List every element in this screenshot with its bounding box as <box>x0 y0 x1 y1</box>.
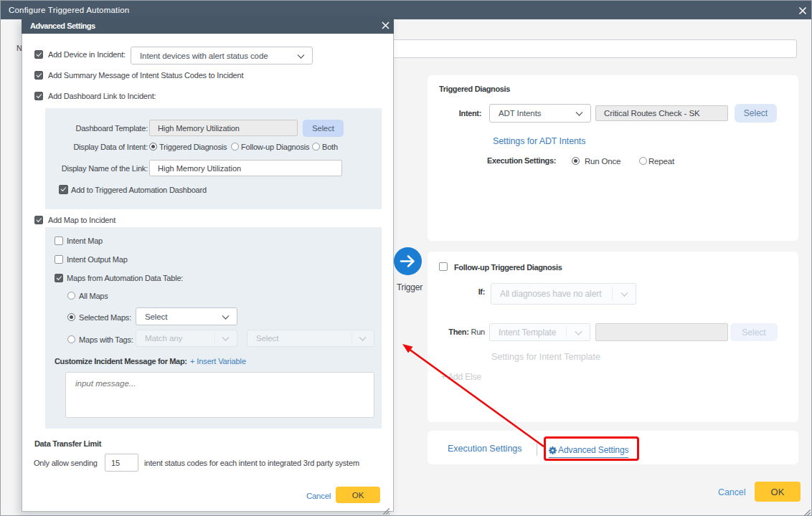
add-map-checkbox[interactable] <box>34 216 43 224</box>
chevron-down-icon <box>576 109 583 116</box>
add-device-label: Add Device in Incident: <box>48 50 126 59</box>
triggered-diagnosis-card: Triggered Diagnosis Intent: ADT Intents … <box>428 75 798 241</box>
limit-suffix-label: intent status codes for each intent to i… <box>144 459 359 467</box>
all-maps-label: All Maps <box>79 292 108 300</box>
intent-map-checkbox[interactable] <box>55 236 63 245</box>
triggered-diagnosis-heading: Triggered Diagnosis <box>439 85 510 93</box>
intent-type-dropdown[interactable]: ADT Intents <box>489 104 591 123</box>
display-data-triggered-label: Triggered Diagnosis <box>159 143 227 151</box>
add-map-label: Add Map to Incident <box>48 216 115 224</box>
dialog-ok-button[interactable]: OK <box>336 487 380 503</box>
selected-maps-dropdown[interactable]: Select <box>136 307 237 325</box>
annotation-arrow <box>397 339 551 450</box>
dashboard-template-select-button[interactable]: Select <box>303 120 344 137</box>
display-data-label: Display Data of Intent: <box>73 143 148 151</box>
selected-maps-radio[interactable] <box>67 313 75 321</box>
then-run-label: Run <box>471 328 485 336</box>
display-data-followup-label: Follow-up Diagnosis <box>241 143 309 151</box>
dashboard-template-field: High Memory Utilization <box>149 120 298 136</box>
display-data-both-radio[interactable] <box>312 143 320 150</box>
all-maps-radio[interactable] <box>67 292 75 300</box>
if-label: If: <box>478 287 485 296</box>
if-condition-dropdown[interactable]: All diagnoses have no alert <box>491 283 636 305</box>
dialog-close-icon[interactable] <box>382 22 390 29</box>
chevron-down-icon <box>222 334 230 341</box>
limit-value-input[interactable] <box>105 454 138 472</box>
dialog-resize-grip[interactable] <box>383 505 390 511</box>
add-to-dashboard-checkbox[interactable] <box>59 185 68 194</box>
dashboard-link-panel: Dashboard Template: High Memory Utilizat… <box>45 108 382 209</box>
tags-select-dropdown[interactable]: Select <box>247 330 374 347</box>
dialog-cancel-link[interactable]: Cancel <box>306 492 331 500</box>
incident-message-textarea[interactable] <box>65 372 374 418</box>
main-titlebar: Configure Triggered Automation <box>1 1 811 19</box>
add-device-checkbox[interactable] <box>34 50 43 59</box>
add-dashboard-link-checkbox[interactable] <box>34 92 43 100</box>
selected-maps-label: Selected Maps: <box>79 313 131 322</box>
intent-output-map-checkbox[interactable] <box>55 255 63 264</box>
run-once-label: Run Once <box>585 157 620 166</box>
settings-for-adt-intents-link[interactable]: Settings for ADT Intents <box>493 136 585 146</box>
display-data-triggered-radio[interactable] <box>149 143 157 150</box>
intent-label: Intent: <box>459 109 481 118</box>
run-once-radio[interactable] <box>572 157 580 165</box>
execution-settings-label: Execution Settings: <box>487 156 556 165</box>
chevron-down-icon <box>298 51 305 58</box>
followup-checkbox[interactable] <box>439 262 448 271</box>
limit-prefix-label: Only allow sending <box>34 459 98 467</box>
trigger-button[interactable] <box>394 247 422 275</box>
device-option-dropdown[interactable]: Intent devices with alert status code <box>131 47 313 64</box>
add-to-dashboard-label: Add to Triggered Automation Dashboard <box>71 186 207 194</box>
repeat-label: Repeat <box>648 157 674 166</box>
trigger-label: Trigger <box>392 282 427 292</box>
intent-select-button[interactable]: Select <box>735 104 777 123</box>
resize-grip[interactable] <box>804 506 811 512</box>
maps-with-tags-label: Maps with Tags: <box>79 335 133 344</box>
maps-with-tags-radio[interactable] <box>67 335 75 343</box>
maps-from-adt-checkbox[interactable] <box>55 274 63 282</box>
display-data-both-label: Both <box>322 143 338 151</box>
customize-message-label: Customize Incident Message for Map: <box>55 357 187 366</box>
dialog-title: Advanced Settings <box>30 18 95 34</box>
intent-map-label: Intent Map <box>67 236 103 245</box>
chevron-down-icon <box>621 290 628 297</box>
chevron-down-icon <box>222 312 230 319</box>
annotation-highlight-box <box>544 436 639 461</box>
intent-name-field: Critical Routes Check - SK <box>595 105 728 121</box>
main-window: Configure Triggered Automation Name: Tri… <box>0 0 812 516</box>
display-name-input[interactable] <box>149 160 342 176</box>
display-name-label: Display Name of the Link: <box>62 164 148 173</box>
add-dashboard-link-label: Add Dashboard Link to Incident: <box>48 92 156 100</box>
insert-variable-link[interactable]: + Insert Variable <box>190 357 246 366</box>
add-summary-label: Add Summary Message of Intent Status Cod… <box>48 71 243 80</box>
intent-output-map-label: Intent Output Map <box>67 255 128 264</box>
main-cancel-link[interactable]: Cancel <box>718 487 745 497</box>
map-panel: Intent Map Intent Output Map Maps from A… <box>45 227 382 429</box>
data-transfer-limit-heading: Data Transfer Limit <box>34 439 101 448</box>
then-select-button[interactable]: Select <box>730 323 778 341</box>
repeat-radio[interactable] <box>639 157 647 165</box>
advanced-settings-dialog: Advanced Settings Add Device in Incident… <box>22 18 394 512</box>
window-title: Configure Triggered Automation <box>9 1 129 19</box>
dashboard-template-label: Dashboard Template: <box>75 124 148 133</box>
chevron-down-icon <box>359 334 367 341</box>
window-close-icon[interactable] <box>798 6 807 15</box>
chevron-down-icon <box>575 328 582 335</box>
arrow-right-icon <box>394 247 422 275</box>
dialog-titlebar: Advanced Settings <box>22 18 394 34</box>
display-data-followup-radio[interactable] <box>231 143 239 150</box>
add-summary-checkbox[interactable] <box>34 71 43 80</box>
match-mode-dropdown[interactable]: Match any <box>136 330 237 347</box>
then-label: Then: <box>448 328 468 336</box>
followup-heading: Follow-up Triggered Diagnosis <box>454 263 562 272</box>
maps-from-adt-label: Maps from Automation Data Table: <box>67 274 183 282</box>
then-template-field <box>595 323 728 341</box>
main-ok-button[interactable]: OK <box>755 482 801 502</box>
